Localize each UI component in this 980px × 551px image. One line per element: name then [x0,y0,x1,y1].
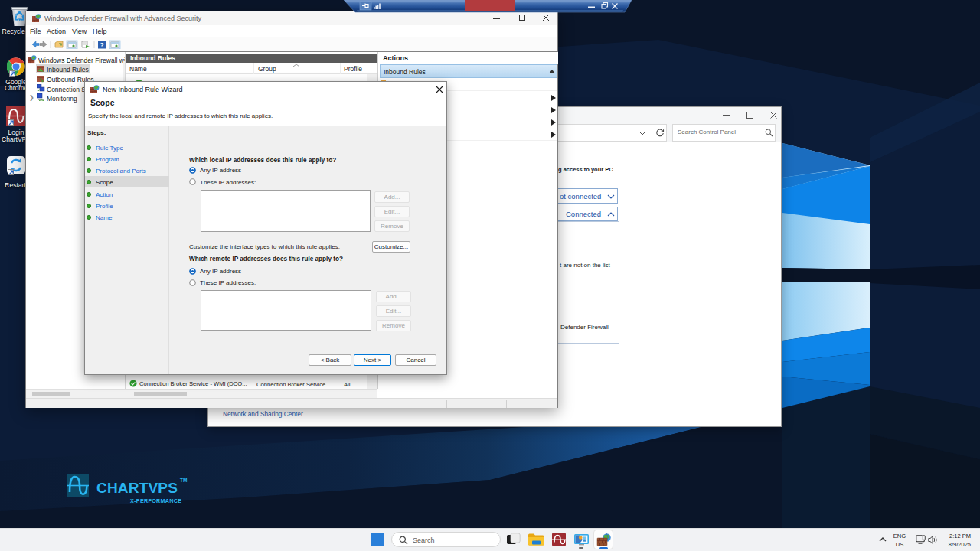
svg-text:TM: TM [180,478,187,483]
svg-text:?: ? [100,41,103,49]
svg-text:X-PERFORMANCE: X-PERFORMANCE [130,497,181,504]
svg-text:CHARTVPS: CHARTVPS [96,480,178,496]
